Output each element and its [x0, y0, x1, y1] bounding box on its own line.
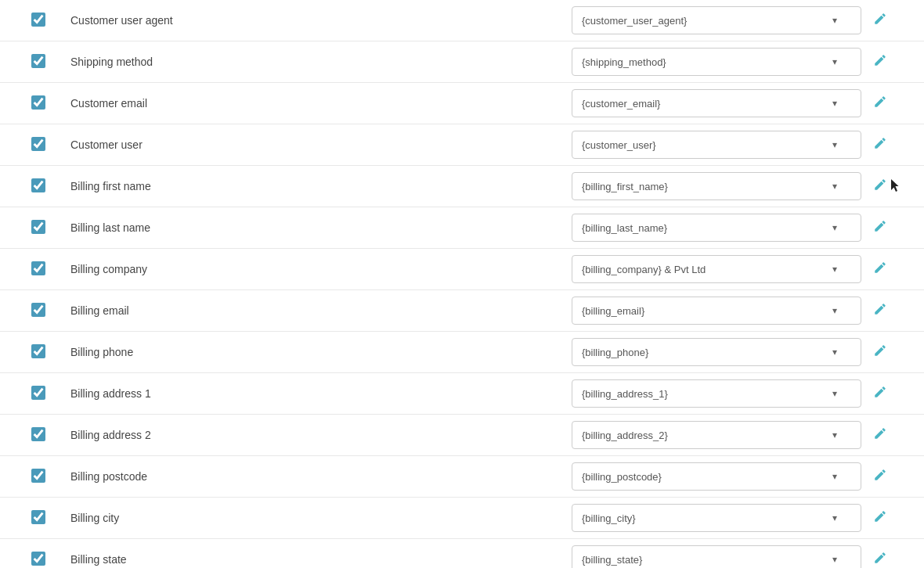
checkbox-customer-user[interactable] — [31, 137, 45, 151]
checkbox-cell — [31, 220, 63, 236]
dropdown-customer-email[interactable]: {customer_email}▾ — [572, 89, 861, 117]
checkbox-cell — [31, 95, 63, 112]
dropdown-cell-billing-address-2: {billing_address_2}▾ — [572, 421, 861, 449]
dropdown-customer-user-agent[interactable]: {customer_user_agent}▾ — [572, 6, 861, 34]
dropdown-cell-billing-company: {billing_company} & Pvt Ltd▾ — [572, 255, 861, 283]
table-row: Billing first name{billing_first_name}▾ — [0, 166, 924, 207]
dropdown-wrapper-customer-user: {customer_user}▾ — [572, 131, 861, 159]
content-area: Customer user agent{customer_user_agent}… — [0, 0, 924, 568]
chevron-down-icon: ▾ — [832, 388, 837, 399]
chevron-down-icon: ▾ — [832, 181, 837, 192]
dropdown-billing-postcode[interactable]: {billing_postcode}▾ — [572, 462, 861, 491]
dropdown-wrapper-billing-state: {billing_state}▾ — [572, 545, 861, 568]
dropdown-billing-first-name[interactable]: {billing_first_name}▾ — [572, 172, 861, 200]
checkbox-billing-first-name[interactable] — [31, 178, 45, 192]
action-cell-shipping-method — [861, 53, 893, 70]
table-row: Shipping method{shipping_method}▾ — [0, 41, 924, 83]
edit-icon[interactable] — [873, 219, 887, 236]
edit-icon[interactable] — [873, 385, 887, 402]
checkbox-cell — [31, 469, 63, 485]
dropdown-billing-address-1[interactable]: {billing_address_1}▾ — [572, 379, 861, 408]
checkbox-billing-postcode[interactable] — [31, 469, 45, 483]
label-billing-postcode: Billing postcode — [63, 470, 572, 483]
action-cell-customer-email — [861, 95, 893, 112]
table-row: Customer user agent{customer_user_agent}… — [0, 0, 924, 41]
action-cell-customer-user-agent — [861, 12, 893, 29]
action-cell-billing-city — [861, 509, 893, 527]
dropdown-value-customer-user: {customer_user} — [582, 139, 832, 151]
edit-icon[interactable] — [873, 302, 887, 319]
checkbox-customer-user-agent[interactable] — [31, 13, 45, 27]
action-cell-billing-email — [861, 302, 893, 319]
edit-icon[interactable] — [873, 343, 887, 361]
action-cell-billing-phone — [861, 343, 893, 361]
table-container: Customer user agent{customer_user_agent}… — [0, 0, 924, 568]
table-row: Billing email{billing_email}▾ — [0, 290, 924, 332]
dropdown-wrapper-billing-company: {billing_company} & Pvt Ltd▾ — [572, 255, 861, 283]
dropdown-cell-customer-user: {customer_user}▾ — [572, 131, 861, 159]
checkbox-cell — [31, 510, 63, 527]
edit-icon[interactable] — [873, 551, 887, 568]
label-billing-address-1: Billing address 1 — [63, 387, 572, 400]
dropdown-cell-billing-first-name: {billing_first_name}▾ — [572, 172, 861, 200]
dropdown-cell-billing-phone: {billing_phone}▾ — [572, 338, 861, 366]
dropdown-billing-email[interactable]: {billing_email}▾ — [572, 297, 861, 325]
edit-icon[interactable] — [873, 426, 887, 444]
dropdown-value-billing-last-name: {billing_last_name} — [582, 222, 832, 234]
edit-icon[interactable] — [873, 136, 887, 153]
action-cell-billing-address-1 — [861, 385, 893, 402]
checkbox-customer-email[interactable] — [31, 95, 45, 110]
chevron-down-icon: ▾ — [832, 305, 837, 316]
edit-icon[interactable] — [873, 53, 887, 70]
checkbox-cell — [31, 261, 63, 278]
edit-icon[interactable] — [873, 468, 887, 485]
checkbox-billing-email[interactable] — [31, 303, 45, 317]
dropdown-wrapper-billing-email: {billing_email}▾ — [572, 297, 861, 325]
checkbox-billing-state[interactable] — [31, 552, 45, 566]
label-customer-email: Customer email — [63, 97, 572, 110]
chevron-down-icon: ▾ — [832, 15, 837, 26]
dropdown-billing-address-2[interactable]: {billing_address_2}▾ — [572, 421, 861, 449]
chevron-down-icon: ▾ — [832, 222, 837, 233]
chevron-down-icon: ▾ — [832, 139, 837, 150]
action-cell-billing-last-name — [861, 219, 893, 236]
checkbox-cell — [31, 13, 63, 29]
dropdown-wrapper-billing-city: {billing_city}▾ — [572, 504, 861, 532]
checkbox-shipping-method[interactable] — [31, 54, 45, 68]
edit-icon[interactable] — [873, 261, 887, 278]
checkbox-billing-last-name[interactable] — [31, 220, 45, 234]
table-row: Customer email{customer_email}▾ — [0, 83, 924, 124]
table-row: Billing postcode{billing_postcode}▾ — [0, 456, 924, 498]
dropdown-customer-user[interactable]: {customer_user}▾ — [572, 131, 861, 159]
edit-icon[interactable] — [873, 95, 887, 112]
dropdown-wrapper-billing-last-name: {billing_last_name}▾ — [572, 214, 861, 242]
edit-icon[interactable] — [873, 178, 887, 195]
dropdown-wrapper-billing-phone: {billing_phone}▾ — [572, 338, 861, 366]
checkbox-cell — [31, 303, 63, 319]
dropdown-billing-last-name[interactable]: {billing_last_name}▾ — [572, 214, 861, 242]
action-cell-billing-first-name — [861, 178, 893, 195]
checkbox-billing-company[interactable] — [31, 261, 45, 275]
checkbox-billing-address-2[interactable] — [31, 427, 45, 441]
dropdown-wrapper-customer-email: {customer_email}▾ — [572, 89, 861, 117]
checkbox-billing-address-1[interactable] — [31, 386, 45, 400]
dropdown-billing-phone[interactable]: {billing_phone}▾ — [572, 338, 861, 366]
dropdown-value-billing-postcode: {billing_postcode} — [582, 471, 832, 483]
checkbox-billing-phone[interactable] — [31, 344, 45, 358]
dropdown-cell-billing-last-name: {billing_last_name}▾ — [572, 214, 861, 242]
dropdown-billing-city[interactable]: {billing_city}▾ — [572, 504, 861, 532]
label-billing-phone: Billing phone — [63, 346, 572, 358]
dropdown-billing-state[interactable]: {billing_state}▾ — [572, 545, 861, 568]
checkbox-cell — [31, 552, 63, 568]
edit-icon[interactable] — [873, 12, 887, 29]
dropdown-cell-customer-email: {customer_email}▾ — [572, 89, 861, 117]
dropdown-value-billing-phone: {billing_phone} — [582, 347, 832, 358]
chevron-down-icon: ▾ — [832, 264, 837, 275]
chevron-down-icon: ▾ — [832, 56, 837, 67]
dropdown-cell-billing-city: {billing_city}▾ — [572, 504, 861, 532]
checkbox-billing-city[interactable] — [31, 510, 45, 524]
dropdown-shipping-method[interactable]: {shipping_method}▾ — [572, 48, 861, 76]
edit-icon[interactable] — [873, 509, 887, 527]
dropdown-value-customer-user-agent: {customer_user_agent} — [582, 15, 832, 27]
dropdown-billing-company[interactable]: {billing_company} & Pvt Ltd▾ — [572, 255, 861, 283]
